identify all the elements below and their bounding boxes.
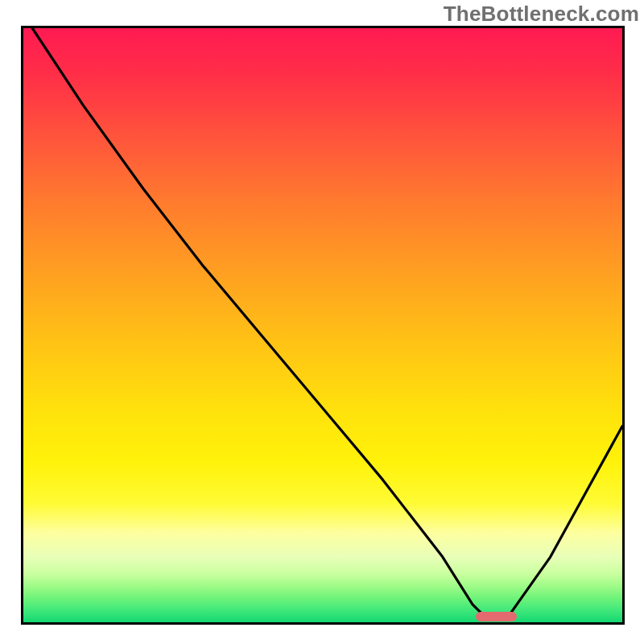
chart-frame: TheBottleneck.com: [0, 0, 644, 644]
curve-layer: [23, 28, 622, 622]
optimum-marker: [476, 612, 517, 621]
watermark-label: TheBottleneck.com: [444, 2, 639, 27]
bottleneck-curve: [32, 28, 622, 617]
plot-area: [21, 26, 625, 625]
